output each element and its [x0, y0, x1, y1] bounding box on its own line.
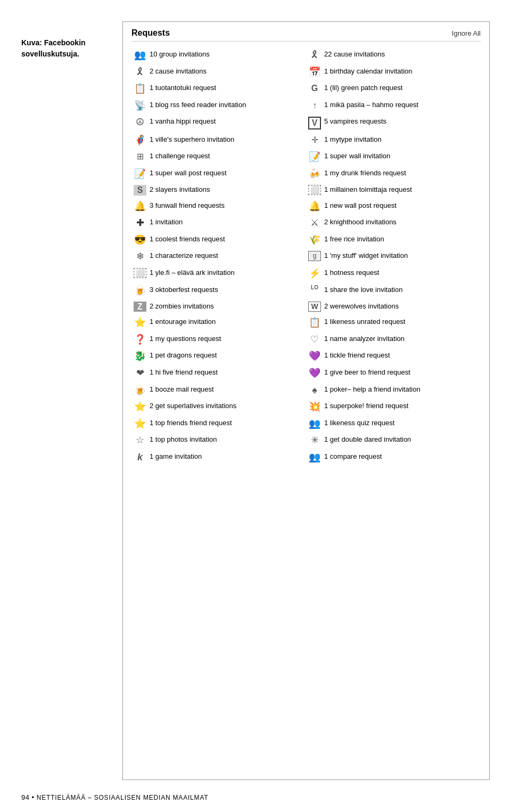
- list-item[interactable]: 💥 1 superpoke! friend request: [306, 399, 481, 416]
- request-icon-20: ✚: [134, 217, 146, 229]
- list-item[interactable]: ⚔ 2 knighthood invitations: [306, 215, 481, 232]
- list-item[interactable]: ⭐ 1 top friends friend request: [131, 416, 306, 433]
- caption: Kuva: Facebookin sovelluskutsuja.: [21, 37, 112, 60]
- request-icon-9: V: [308, 117, 321, 129]
- list-item[interactable]: W 2 werewolves invitations: [306, 299, 481, 314]
- list-item[interactable]: 💜 1 give beer to friend request: [306, 365, 481, 382]
- requests-panel: Requests Ignore All 👥 10 group invitatio…: [122, 21, 490, 780]
- caption-line2: sovelluskutsuja.: [21, 50, 79, 58]
- request-icon-28: 🍺: [134, 285, 146, 297]
- list-item[interactable]: 🔔 1 new wall post request: [306, 198, 481, 215]
- list-item[interactable]: Z 2 zombies invitations: [131, 299, 306, 314]
- footer-number: 94: [21, 793, 29, 801]
- list-item[interactable]: ✳ 1 get double dared invitation: [306, 432, 481, 449]
- list-item[interactable]: 🌾 1 free rice invitation: [306, 232, 481, 249]
- ignore-all-button[interactable]: Ignore All: [452, 29, 481, 37]
- request-label-28: 3 oktoberfest requests: [150, 285, 218, 295]
- request-label-49: 1 compare request: [324, 452, 382, 461]
- list-item[interactable]: LO 1 share the love invitation: [306, 282, 481, 299]
- request-label-40: 1 booze mail request: [150, 385, 214, 394]
- list-item[interactable]: ☆ 1 top photos invitation: [131, 432, 306, 449]
- request-label-22: 1 coolest friends request: [150, 234, 225, 244]
- list-item[interactable]: ❤ 1 hi five friend request: [131, 365, 306, 382]
- list-item[interactable]: 👥 1 compare request: [306, 449, 481, 466]
- list-item[interactable]: 👥 10 group invitations: [131, 47, 306, 64]
- list-item[interactable]: g 1 'my stuff' widget invitation: [306, 248, 481, 265]
- list-item[interactable]: ⭐ 2 get superlatives invitations: [131, 399, 306, 416]
- request-icon-31: W: [308, 302, 321, 312]
- request-icon-11: ✛: [308, 135, 321, 145]
- list-item[interactable]: ♡ 1 name analyzer invitation: [306, 331, 481, 348]
- list-item[interactable]: 🍺 3 oktoberfest requests: [131, 282, 306, 299]
- request-icon-24: ❄: [134, 251, 146, 263]
- request-label-6: 1 blog rss feed reader invitation: [150, 100, 246, 110]
- list-item[interactable]: 🎗 2 cause invitations: [131, 64, 306, 81]
- list-item[interactable]: 🍻 1 my drunk friends request: [306, 166, 481, 183]
- list-item[interactable]: 📋 1 likeness unrated request: [306, 314, 481, 331]
- request-label-39: 1 give beer to friend request: [324, 368, 410, 377]
- list-item[interactable]: G 1 (lil) green patch request: [306, 80, 481, 98]
- page-footer: 94 • Nettielämää – sosiaalisen median ma…: [21, 793, 208, 801]
- request-icon-34: ❓: [134, 334, 146, 346]
- list-item[interactable]: 📅 1 birthday calendar invitation: [306, 64, 481, 81]
- request-icon-3: 📅: [308, 67, 321, 78]
- panel-title: Requests: [131, 28, 170, 38]
- list-item[interactable]: ☮ 1 vanha hippi request: [131, 114, 306, 132]
- request-label-21: 2 knighthood invitations: [324, 217, 397, 227]
- list-item[interactable]: ⚡ 1 hotness request: [306, 265, 481, 282]
- list-item[interactable]: ⭐ 1 entourage invitation: [131, 314, 306, 331]
- request-label-15: 1 my drunk friends request: [324, 168, 406, 178]
- request-label-17: 1 millainen toimittaja request: [324, 185, 412, 194]
- request-icon-25: g: [308, 251, 321, 261]
- request-label-42: 2 get superlatives invitations: [150, 401, 236, 411]
- list-item[interactable]: ↑ 1 mikä pasila – hahmo request: [306, 98, 481, 115]
- list-item[interactable]: 🔔 3 funwall friend requests: [131, 198, 306, 215]
- list-item[interactable]: 📡 1 blog rss feed reader invitation: [131, 98, 306, 115]
- request-label-20: 1 invitation: [150, 217, 183, 227]
- list-item[interactable]: ♠ 1 poker– help a friend invitation: [306, 382, 481, 399]
- request-label-3: 1 birthday calendar invitation: [324, 67, 413, 76]
- list-item[interactable]: k 1 game invitation: [131, 449, 306, 466]
- list-item[interactable]: ❓ 1 my questions request: [131, 331, 306, 348]
- request-label-31: 2 werewolves invitations: [324, 302, 399, 311]
- list-item[interactable]: ✚ 1 invitation: [131, 215, 306, 232]
- request-label-26: 1 yle.fi – elävä ark invitation: [150, 268, 235, 278]
- request-icon-22: 😎: [134, 234, 146, 246]
- list-item[interactable]: 📝 1 super wall post request: [131, 166, 306, 183]
- list-item[interactable]: V 5 vampires requests: [306, 114, 481, 132]
- list-item[interactable]: ⊞ 1 challenge request: [131, 149, 306, 166]
- caption-line1: Kuva: Facebookin: [21, 38, 86, 47]
- request-icon-21: ⚔: [308, 217, 321, 229]
- request-label-32: 1 entourage invitation: [150, 317, 216, 327]
- list-item[interactable]: ❄ 1 characterize request: [131, 248, 306, 265]
- request-label-11: 1 mytype invitation: [324, 135, 382, 144]
- request-label-0: 10 group invitations: [150, 50, 210, 59]
- list-item[interactable]: 📋 1 tuotantotuki request: [131, 80, 306, 98]
- request-label-47: 1 get double dared invitation: [324, 435, 411, 444]
- request-icon-42: ⭐: [134, 401, 146, 413]
- list-item[interactable]: ✛ 1 mytype invitation: [306, 132, 481, 149]
- request-icon-13: 📝: [308, 151, 321, 163]
- request-label-5: 1 (lil) green patch request: [324, 83, 402, 93]
- list-item[interactable]: S 2 slayers invitations: [131, 182, 306, 198]
- list-item[interactable]: 😎 1 coolest friends request: [131, 232, 306, 249]
- request-label-9: 5 vampires requests: [324, 117, 386, 126]
- request-icon-1: 🎗: [308, 50, 321, 61]
- list-item[interactable]: 🍺 1 booze mail request: [131, 382, 306, 399]
- list-item[interactable]: 🐉 1 pet dragons request: [131, 348, 306, 365]
- request-icon-5: G: [308, 83, 321, 93]
- list-item[interactable]: 👥 1 likeness quiz request: [306, 416, 481, 433]
- requests-grid: 👥 10 group invitations 🎗 22 cause invita…: [131, 47, 481, 466]
- request-icon-40: 🍺: [134, 385, 146, 396]
- list-item[interactable]: ⬜ 1 millainen toimittaja request: [306, 182, 481, 198]
- request-label-43: 1 superpoke! friend request: [324, 401, 408, 411]
- list-item[interactable]: 📝 1 super wall invitation: [306, 149, 481, 166]
- request-icon-8: ☮: [134, 117, 146, 128]
- list-item[interactable]: 💜 1 tickle friend request: [306, 348, 481, 365]
- request-icon-7: ↑: [308, 100, 321, 110]
- list-item[interactable]: ⬜ 1 yle.fi – elävä ark invitation: [131, 265, 306, 282]
- list-item[interactable]: 🎗 22 cause invitations: [306, 47, 481, 64]
- list-item[interactable]: 🦸 1 ville's superhero invitation: [131, 132, 306, 149]
- request-icon-27: ⚡: [308, 268, 321, 280]
- request-label-18: 3 funwall friend requests: [150, 201, 225, 210]
